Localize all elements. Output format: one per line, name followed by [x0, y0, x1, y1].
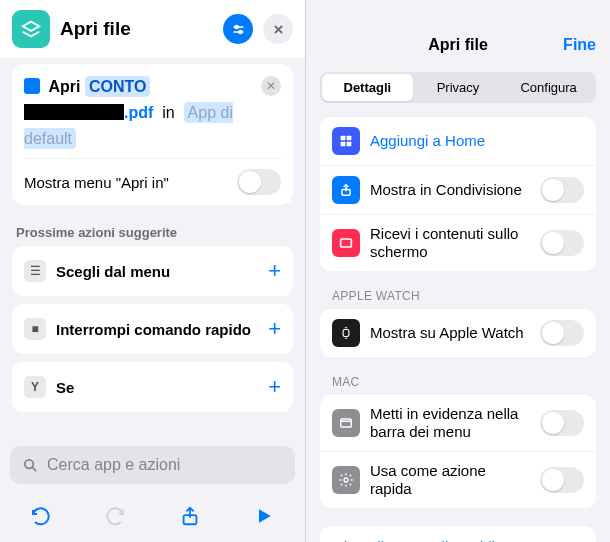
- file-token[interactable]: CONTO: [85, 76, 150, 97]
- apple-watch-switch[interactable]: [540, 320, 584, 346]
- redo-button: [99, 500, 131, 532]
- share-sheet-icon: [332, 176, 360, 204]
- settings-sheet: Apri file Fine Dettagli Privacy Configur…: [305, 0, 610, 542]
- menu-icon: ☰: [24, 260, 46, 282]
- search-icon: [22, 457, 39, 474]
- receive-onscreen-row: Ricevi i contenuti sullo schermo: [320, 214, 596, 271]
- share-button[interactable]: [174, 500, 206, 532]
- menubar-row: Metti in evidenza nella barra dei menu: [320, 395, 596, 451]
- suggested-actions-label: Prossime azioni suggerite: [0, 217, 305, 246]
- apple-watch-label: Mostra su Apple Watch: [370, 324, 530, 342]
- quick-action-row: Usa come azione rapida: [320, 451, 596, 508]
- suggestion-stop-shortcut[interactable]: ■ Interrompi comando rapido +: [12, 304, 293, 354]
- svg-rect-11: [347, 136, 352, 141]
- svg-point-2: [235, 25, 238, 28]
- show-open-in-menu-switch[interactable]: [237, 169, 281, 195]
- search-input[interactable]: Cerca app e azioni: [10, 446, 295, 484]
- menubar-switch[interactable]: [540, 410, 584, 436]
- home-icon: [332, 127, 360, 155]
- general-group: Aggiungi a Home Mostra in Condivisione R…: [320, 117, 596, 271]
- shortcut-editor-pane: Apri file Apri CONTO ✕ .pdf in App di de…: [0, 0, 305, 542]
- shortcuts-help-link[interactable]: Aiuto di Comandi Rapidi: [320, 526, 596, 542]
- add-to-home-row[interactable]: Aggiungi a Home: [320, 117, 596, 165]
- action-card: Apri CONTO ✕ .pdf in App di default Most…: [12, 64, 293, 205]
- svg-line-7: [33, 467, 37, 471]
- watch-icon: [332, 319, 360, 347]
- segment-details[interactable]: Dettagli: [322, 74, 413, 101]
- add-action-button[interactable]: +: [268, 258, 281, 284]
- settings-segmented-control[interactable]: Dettagli Privacy Configura: [320, 72, 596, 103]
- run-button[interactable]: [248, 500, 280, 532]
- svg-rect-16: [343, 330, 349, 337]
- menubar-label: Metti in evidenza nella barra dei menu: [370, 405, 530, 441]
- in-word: in: [162, 104, 174, 121]
- svg-rect-13: [347, 142, 352, 147]
- receive-onscreen-switch[interactable]: [540, 230, 584, 256]
- apple-watch-group-label: APPLE WATCH: [306, 289, 610, 309]
- done-button[interactable]: Fine: [563, 36, 596, 54]
- show-open-in-menu-row: Mostra menu "Apri in": [24, 158, 281, 195]
- quick-action-switch[interactable]: [540, 467, 584, 493]
- svg-point-6: [25, 459, 33, 468]
- editor-footer: Cerca app e azioni: [0, 436, 305, 542]
- editor-toolbar: [0, 494, 305, 542]
- show-open-in-menu-label: Mostra menu "Apri in": [24, 174, 169, 191]
- settings-header: Apri file Fine: [306, 0, 610, 64]
- add-action-button[interactable]: +: [268, 374, 281, 400]
- redacted-filename: [24, 104, 124, 120]
- svg-point-21: [344, 478, 348, 482]
- action-verb: Apri: [48, 78, 80, 95]
- undo-button[interactable]: [25, 500, 57, 532]
- svg-rect-10: [341, 136, 346, 141]
- svg-point-3: [238, 30, 241, 33]
- svg-rect-19: [341, 419, 352, 427]
- branch-icon: Y: [24, 376, 46, 398]
- add-action-button[interactable]: +: [268, 316, 281, 342]
- segment-setup[interactable]: Configura: [503, 74, 594, 101]
- suggestion-choose-from-menu[interactable]: ☰ Scegli dal menu +: [12, 246, 293, 296]
- apple-watch-row: Mostra su Apple Watch: [320, 309, 596, 357]
- add-to-home-label: Aggiungi a Home: [370, 132, 584, 150]
- action-token-row[interactable]: Apri CONTO ✕ .pdf in App di default: [24, 74, 281, 152]
- menubar-icon: [332, 409, 360, 437]
- search-placeholder: Cerca app e azioni: [47, 456, 180, 474]
- gear-icon: [332, 466, 360, 494]
- receive-onscreen-icon: [332, 229, 360, 257]
- svg-rect-15: [341, 239, 352, 247]
- share-sheet-label: Mostra in Condivisione: [370, 181, 530, 199]
- share-sheet-switch[interactable]: [540, 177, 584, 203]
- action-icon: [24, 78, 40, 94]
- stop-icon: ■: [24, 318, 46, 340]
- svg-marker-9: [259, 509, 271, 522]
- svg-rect-12: [341, 142, 346, 147]
- clear-token-button[interactable]: ✕: [261, 76, 281, 96]
- segment-privacy[interactable]: Privacy: [413, 74, 504, 101]
- mac-group-label: MAC: [306, 375, 610, 395]
- suggestion-if[interactable]: Y Se +: [12, 362, 293, 412]
- settings-title: Apri file: [428, 36, 488, 53]
- shortcut-app-icon: [12, 10, 50, 48]
- mac-group: Metti in evidenza nella barra dei menu U…: [320, 395, 596, 508]
- apple-watch-group: Mostra su Apple Watch: [320, 309, 596, 357]
- shortcut-title[interactable]: Apri file: [60, 18, 213, 40]
- quick-action-label: Usa come azione rapida: [370, 462, 530, 498]
- settings-button[interactable]: [223, 14, 253, 44]
- editor-header: Apri file: [0, 0, 305, 58]
- share-sheet-row: Mostra in Condivisione: [320, 165, 596, 214]
- pdf-suffix: .pdf: [124, 104, 153, 121]
- receive-onscreen-label: Ricevi i contenuti sullo schermo: [370, 225, 530, 261]
- close-button[interactable]: [263, 14, 293, 44]
